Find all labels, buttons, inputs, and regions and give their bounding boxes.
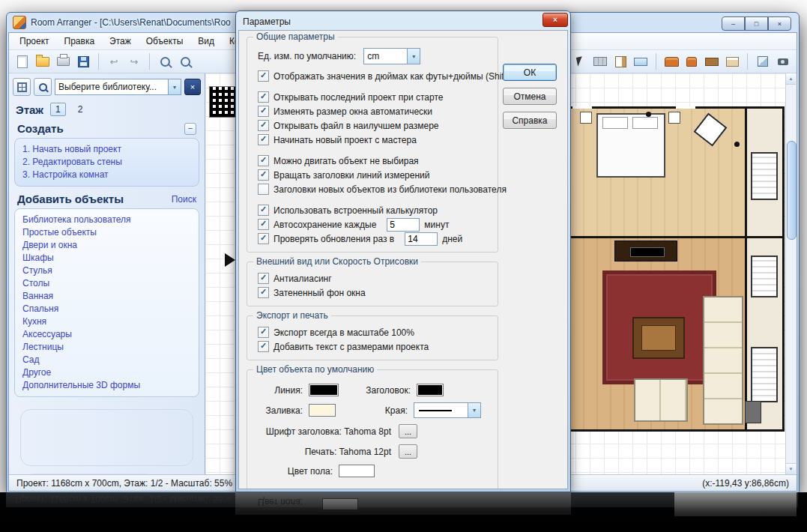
library-item-user-library[interactable]: Библиотека пользователя [22,214,191,226]
sofa-object-button[interactable] [662,52,680,70]
library-item-bathroom[interactable]: Ванная [22,290,191,303]
dialog-close-button[interactable]: × [542,13,568,27]
door-tool-button[interactable] [611,52,629,70]
checkbox-box[interactable] [258,184,269,195]
checkbox-move-without-select[interactable]: Можно двигать объект не выбирая [258,154,492,168]
checkbox-export-scale-100[interactable]: Экспорт всегда в масштабе 100% [258,325,492,339]
library-item-accessories[interactable]: Аксессуары [22,328,191,341]
view-3d-button[interactable] [754,52,772,70]
checkbox-builtin-calculator[interactable]: Использовать встроенный калькулятор [258,203,492,217]
scroll-up-button[interactable]: ▲ [786,73,796,85]
library-select[interactable]: Выберите библиотеку... ▾ [55,79,181,95]
plan-coffee-table[interactable] [632,317,685,359]
scroll-down-button[interactable]: ▼ [786,463,796,474]
library-item-garden[interactable]: Сад [22,354,191,366]
zoom-in-button[interactable] [156,52,174,70]
chevron-down-icon[interactable]: ▾ [168,79,181,94]
plan-sofa-right[interactable] [703,296,743,425]
checkbox-box[interactable] [258,341,269,352]
chevron-down-icon[interactable]: ▾ [468,403,480,417]
library-item-stairs[interactable]: Лестницы [22,341,191,354]
checkbox-box[interactable] [258,169,269,181]
chevron-down-icon[interactable]: ▾ [407,49,420,64]
library-item-doors-windows[interactable]: Двери и окна [22,239,191,252]
plan-radiator[interactable] [751,347,778,402]
autosave-minutes-input[interactable] [387,218,420,232]
checkbox-captions-from-user-library[interactable]: Заголовки новых объектов из библиотеки п… [258,182,492,196]
save-button[interactable] [74,52,92,70]
plan-ceiling-lamp[interactable] [734,142,740,147]
checkbox-open-last-project[interactable]: Открывать последний проект при старте [258,90,492,104]
checkbox-box[interactable] [258,155,269,166]
scrollbar-thumb[interactable] [787,141,797,240]
checkbox-auto-resize-window[interactable]: Изменять размер окна автоматически [258,104,492,118]
checkbox-new-project-wizard[interactable]: Начинать новый проект с мастера [258,133,492,147]
bed-object-button[interactable] [723,52,741,70]
checkbox-autosave[interactable]: Автосохранение каждые минут [258,217,492,232]
checkbox-box[interactable] [258,134,269,145]
search-link[interactable]: Поиск [172,194,196,205]
library-item-kitchen[interactable]: Кухня [22,315,191,328]
plan-nightstand[interactable] [580,112,592,124]
zoom-out-button[interactable] [176,52,194,70]
floor-color-swatch[interactable] [339,465,375,477]
sidebar-close-button[interactable]: × [184,79,201,95]
checkbox-box[interactable] [258,205,269,216]
window-tool-button[interactable] [632,52,650,70]
fill-color-swatch[interactable] [309,404,336,417]
help-button[interactable]: Справка [503,112,557,129]
armchair-object-button[interactable] [683,52,701,70]
library-item-tables[interactable]: Столы [22,277,191,290]
table-object-button[interactable] [703,52,721,70]
plan-gray-unit[interactable] [745,401,761,423]
vertical-scrollbar[interactable]: ▲ ▼ [785,73,797,474]
checkbox-box[interactable] [258,219,269,230]
open-button[interactable] [34,52,52,70]
checkbox-box[interactable] [258,233,269,244]
library-item-wardrobes[interactable]: Шкафы [22,252,191,265]
maximize-button[interactable]: □ [745,16,768,31]
select-tool-button[interactable] [571,52,589,70]
qr-code-object[interactable] [209,86,238,118]
library-item-simple-objects[interactable]: Простые объекты [22,226,191,239]
redo-button[interactable]: ↪ [125,52,143,70]
library-item-chairs[interactable]: Стулья [22,265,191,277]
plan-radiator[interactable] [751,152,778,200]
close-button[interactable]: × [768,16,791,31]
library-item-bedroom[interactable]: Спальня [22,303,191,315]
checkbox-box[interactable] [258,287,269,298]
menu-objects[interactable]: Объекты [146,36,184,46]
caption-color-swatch[interactable] [417,384,444,396]
plan-sofa-bottom[interactable] [634,378,688,422]
checkbox-inches-as-feet[interactable]: Отображать значения в дюймах как футы+дю… [258,69,492,83]
cancel-button[interactable]: Отмена [503,88,557,105]
checkbox-box[interactable] [258,70,269,82]
library-search-button[interactable] [34,78,52,96]
floor-plan[interactable] [555,106,785,432]
caption-font-browse-button[interactable]: ... [399,424,417,438]
undo-button[interactable]: ↩ [105,52,123,70]
print-font-browse-button[interactable]: ... [399,444,417,459]
sidebar-item-edit-walls[interactable]: 2. Редактировать стены [22,156,191,169]
checkbox-box[interactable] [258,106,269,117]
checkbox-shaded-background[interactable]: Затененный фон окна [258,285,492,300]
line-color-swatch[interactable] [309,384,339,396]
checkbox-add-project-dimensions-text[interactable]: Добавить текст с размерами проекта [258,339,492,354]
walkthrough-button[interactable] [774,52,792,70]
wall-tool-button[interactable] [591,52,609,70]
print-button[interactable] [54,52,72,70]
library-item-other[interactable]: Другое [22,366,191,379]
dialog-titlebar[interactable]: Параметры [238,13,568,30]
checkbox-antialiasing[interactable]: Антиалиасинг [258,271,492,285]
plan-ceiling-lamp[interactable] [646,112,651,117]
floor-tab-1[interactable]: 1 [50,103,66,116]
floor-tab-2[interactable]: 2 [73,103,88,116]
plan-tv-cabinet[interactable] [614,241,677,262]
update-days-input[interactable] [405,232,438,246]
sidebar-item-new-project[interactable]: 1. Начать новый проект [22,143,191,156]
checkbox-rotate-dimension-captions[interactable]: Вращать заголовки линий измерений [258,168,492,182]
checkbox-box[interactable] [258,91,269,103]
plan-bed[interactable] [596,113,665,178]
plan-nightstand[interactable] [668,112,680,124]
plan-tilted-table[interactable] [694,113,728,147]
